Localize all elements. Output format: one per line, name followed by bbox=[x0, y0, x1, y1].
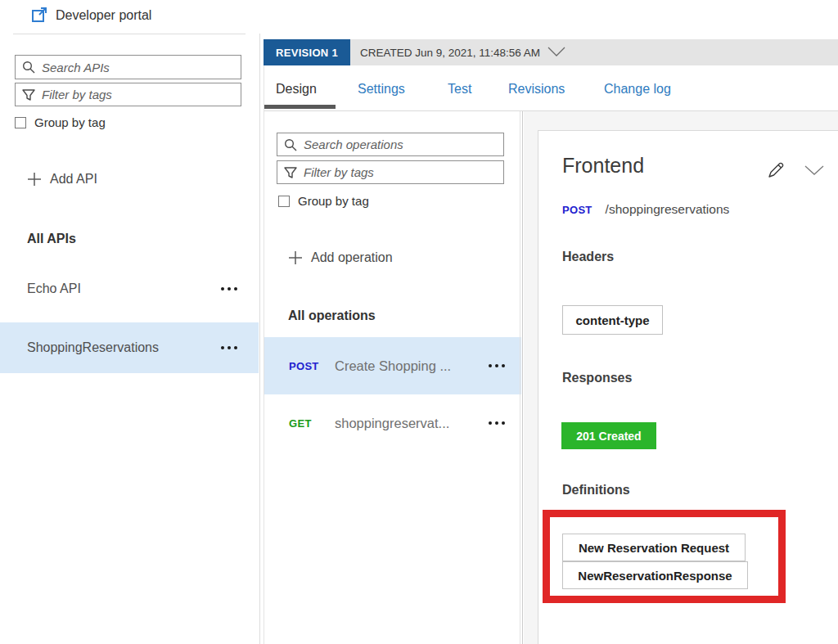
add-operation-label: Add operation bbox=[311, 250, 393, 265]
headers-heading: Headers bbox=[562, 250, 614, 264]
external-link-icon bbox=[31, 7, 48, 24]
sidebar-item-shoppingreservations[interactable]: ShoppingReservations bbox=[0, 322, 259, 373]
group-by-tag-label: Group by tag bbox=[34, 115, 106, 129]
revision-created-text: CREATED Jun 9, 2021, 11:48:56 AM bbox=[360, 39, 540, 65]
frontend-endpoint-row: POST /shoppingreservations bbox=[562, 202, 729, 217]
tab-revisions[interactable]: Revisions bbox=[508, 82, 565, 97]
search-apis-input[interactable]: Search APIs bbox=[15, 55, 241, 79]
add-api-button[interactable]: Add API bbox=[27, 172, 97, 187]
add-operation-button[interactable]: Add operation bbox=[288, 250, 393, 265]
response-badge-201-created[interactable]: 201 Created bbox=[561, 422, 656, 449]
revision-chevron-down-icon[interactable] bbox=[547, 46, 566, 57]
group-by-tag-checkbox[interactable] bbox=[278, 196, 290, 207]
responses-heading: Responses bbox=[562, 371, 632, 385]
search-operations-placeholder: Search operations bbox=[304, 137, 403, 151]
operation-row-post-create-shopping[interactable]: POST Create Shopping ... bbox=[264, 337, 521, 394]
tab-design[interactable]: Design bbox=[276, 82, 317, 97]
collapse-chevron-down-icon[interactable] bbox=[804, 164, 825, 176]
tab-change-log[interactable]: Change log bbox=[604, 82, 671, 97]
filter-icon bbox=[284, 166, 297, 179]
sidebar-item-echo-api[interactable]: Echo API bbox=[0, 265, 259, 313]
api-name: Echo API bbox=[27, 281, 221, 296]
operation-row-get-shoppingreservations[interactable]: GET shoppingreservat... bbox=[264, 394, 521, 452]
group-by-tag-label: Group by tag bbox=[298, 194, 369, 208]
edit-pencil-icon[interactable] bbox=[766, 160, 786, 180]
definitions-heading: Definitions bbox=[562, 483, 630, 498]
definition-chip-newreservationresponse[interactable]: NewReservationResponse bbox=[562, 561, 748, 589]
frontend-title: Frontend bbox=[562, 154, 644, 178]
plus-icon bbox=[288, 250, 303, 265]
ellipsis-menu-icon[interactable] bbox=[221, 287, 237, 290]
all-operations-heading: All operations bbox=[288, 308, 376, 323]
api-name: ShoppingReservations bbox=[27, 340, 221, 355]
group-by-tag-checkbox[interactable] bbox=[15, 117, 26, 128]
filter-tags-placeholder: Filter by tags bbox=[42, 88, 112, 101]
ellipsis-menu-icon[interactable] bbox=[489, 364, 505, 367]
tab-settings[interactable]: Settings bbox=[358, 82, 405, 97]
operation-name: Create Shopping ... bbox=[335, 358, 489, 374]
method-badge-get: GET bbox=[289, 417, 335, 430]
header-chip-content-type[interactable]: content-type bbox=[562, 305, 663, 335]
group-by-tag-row: Group by tag bbox=[15, 115, 106, 129]
method-badge-post: POST bbox=[289, 360, 335, 372]
active-tab-underline bbox=[264, 105, 336, 109]
filter-tags-input[interactable]: Filter by tags bbox=[15, 83, 241, 106]
filter-operations-input[interactable]: Filter by tags bbox=[277, 160, 504, 184]
header-divider bbox=[13, 34, 246, 34]
tab-test[interactable]: Test bbox=[448, 82, 471, 97]
filter-icon bbox=[22, 88, 35, 101]
search-icon bbox=[284, 138, 297, 151]
method-badge-post: POST bbox=[562, 204, 592, 216]
operations-panel-scrollbar[interactable] bbox=[522, 111, 523, 644]
endpoint-path: /shoppingreservations bbox=[606, 202, 730, 217]
ellipsis-menu-icon[interactable] bbox=[489, 421, 505, 425]
add-api-label: Add API bbox=[50, 172, 97, 187]
plus-icon bbox=[27, 172, 42, 187]
all-apis-heading: All APIs bbox=[27, 232, 76, 246]
operation-name: shoppingreservat... bbox=[335, 416, 489, 431]
developer-portal-link[interactable]: Developer portal bbox=[56, 8, 151, 23]
operations-group-by-tag-row: Group by tag bbox=[278, 194, 369, 208]
search-operations-input[interactable]: Search operations bbox=[277, 133, 504, 156]
ellipsis-menu-icon[interactable] bbox=[221, 346, 237, 349]
operations-panel-right-border bbox=[520, 111, 520, 644]
filter-operations-placeholder: Filter by tags bbox=[304, 165, 374, 179]
definition-chip-new-reservation-request[interactable]: New Reservation Request bbox=[562, 534, 746, 561]
revision-badge: REVISION 1 bbox=[264, 39, 350, 65]
sidebar-right-border bbox=[259, 34, 260, 644]
search-apis-placeholder: Search APIs bbox=[42, 61, 110, 74]
search-icon bbox=[22, 61, 35, 74]
